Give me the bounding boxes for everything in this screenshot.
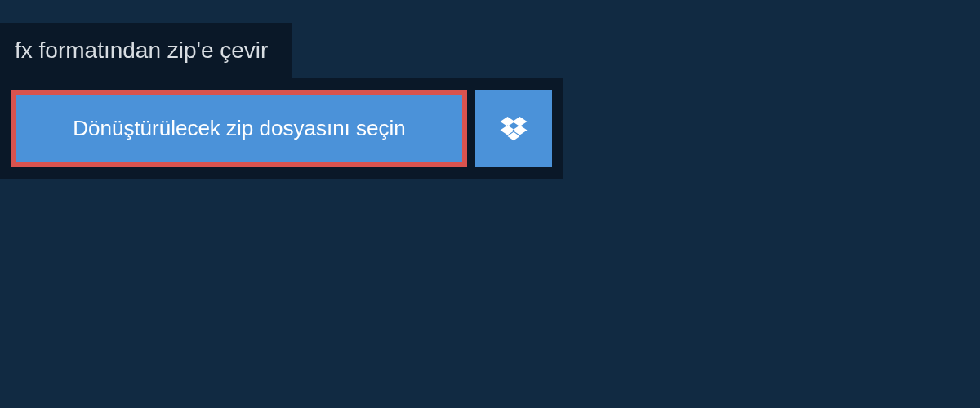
dropbox-button[interactable] [475, 90, 552, 167]
tab-header[interactable]: fx formatından zip'e çevir [0, 23, 292, 78]
select-file-label: Dönüştürülecek zip dosyasını seçin [73, 116, 406, 140]
tab-title: fx formatından zip'e çevir [15, 38, 268, 63]
dropbox-icon [499, 114, 528, 144]
upload-panel: Dönüştürülecek zip dosyasını seçin [0, 78, 564, 179]
select-file-button[interactable]: Dönüştürülecek zip dosyasını seçin [11, 90, 467, 167]
